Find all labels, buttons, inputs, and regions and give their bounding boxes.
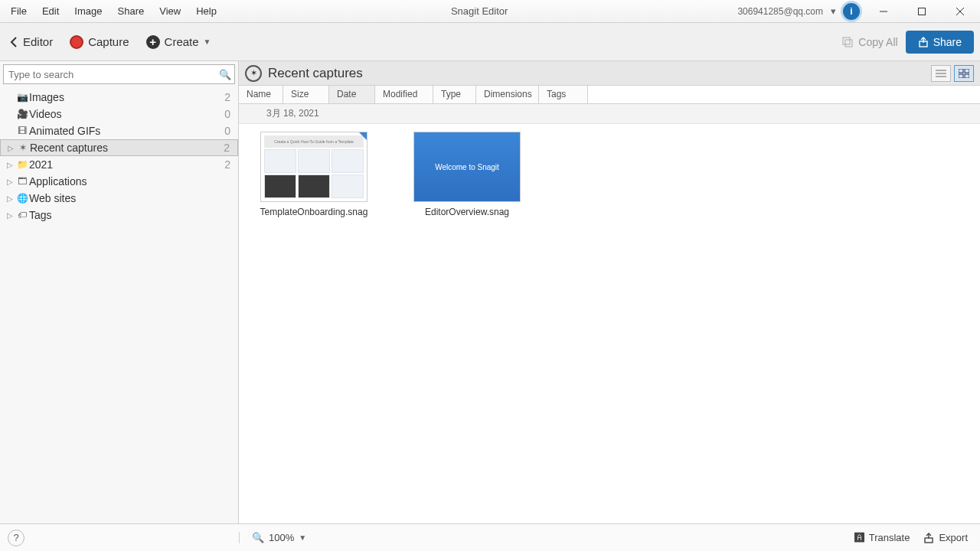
copy-all-button[interactable]: Copy All [841, 36, 897, 48]
capture-item[interactable]: Welcome to SnagitEditorOverview.snag [406, 132, 528, 217]
window-maximize-button[interactable] [905, 1, 939, 22]
tree-item-applications[interactable]: ▷🗔Applications [0, 173, 238, 190]
tree-item-count: 2 [224, 158, 234, 171]
menu-file[interactable]: File [3, 2, 34, 20]
tree-item-label: Videos [29, 108, 224, 120]
account-email[interactable]: 306941285@qq.com [734, 6, 826, 17]
svg-rect-13 [965, 74, 969, 78]
tree-item-label: Applications [29, 175, 234, 187]
chevron-down-icon: ▼ [204, 37, 211, 46]
column-header-tags[interactable]: Tags [539, 86, 588, 103]
svg-rect-1 [919, 8, 926, 15]
zoom-search-icon[interactable]: 🔍 [252, 532, 264, 543]
create-button[interactable]: + Create ▼ [143, 32, 214, 52]
tree-item-count: 0 [224, 108, 234, 120]
camera-icon: 📷 [15, 92, 29, 103]
search-input[interactable] [4, 69, 216, 80]
globe-icon: 🌐 [15, 193, 29, 204]
grid-view-button[interactable] [954, 65, 974, 82]
share-label: Share [933, 36, 962, 48]
list-icon [936, 69, 946, 78]
copy-icon [841, 36, 854, 48]
tree-item-label: Tags [29, 209, 234, 221]
target-icon: ✶ [245, 65, 262, 82]
zoom-level[interactable]: 100% [269, 532, 294, 543]
svg-rect-12 [959, 74, 963, 78]
maximize-icon [918, 8, 926, 15]
column-header-type[interactable]: Type [433, 86, 476, 103]
list-view-button[interactable] [931, 65, 951, 82]
capture-label: Capture [88, 35, 129, 48]
copy-all-label: Copy All [858, 36, 897, 48]
gif-icon: 🎞 [15, 126, 29, 136]
statusbar: ? 🔍 100% ▼ 🅰 Translate Export [0, 523, 980, 551]
expand-icon[interactable]: ▷ [5, 144, 16, 152]
menu-image[interactable]: Image [67, 2, 109, 20]
tree-item-label: Images [29, 91, 224, 103]
window-title: Snagit Editor [224, 5, 734, 17]
video-icon: 🎥 [15, 109, 29, 119]
help-button[interactable]: ? [8, 530, 24, 546]
window-close-button[interactable] [943, 1, 977, 22]
tree-item-label: Recent captures [30, 142, 224, 154]
toolbar: Editor Capture + Create ▼ Copy All Share [0, 23, 980, 61]
translate-button[interactable]: 🅰 Translate [854, 532, 910, 543]
thumbnail-area: Create a Quick How-To Guide from a Templ… [239, 124, 980, 523]
tree-item-label: 2021 [29, 158, 224, 171]
content-header: ✶ Recent captures [239, 61, 980, 86]
expand-icon[interactable]: ▷ [5, 194, 15, 203]
thumbnail-caption: Welcome to Snagit [435, 163, 499, 171]
export-icon [923, 533, 934, 543]
menubar: File Edit Image Share View Help [3, 2, 224, 20]
menu-edit[interactable]: Edit [34, 2, 67, 20]
expand-icon[interactable]: ▷ [5, 161, 15, 169]
tree-item-videos[interactable]: 🎥Videos0 [0, 106, 238, 122]
thumbnail-preview: Welcome to Snagit [413, 132, 521, 202]
capture-button[interactable]: Capture [67, 32, 132, 52]
column-header-date[interactable]: Date [329, 86, 375, 103]
record-icon [70, 35, 83, 49]
tree-item-web-sites[interactable]: ▷🌐Web sites [0, 190, 238, 207]
date-group-header[interactable]: 3月 18, 2021 [239, 104, 980, 124]
content-title: Recent captures [268, 66, 363, 81]
editor-label: Editor [23, 35, 53, 48]
column-header-dimensions[interactable]: Dimensions [476, 86, 539, 103]
main-area: 🔍 📷Images2🎥Videos0🎞Animated GIFs0▷✶Recen… [0, 61, 980, 523]
export-button[interactable]: Export [923, 532, 968, 543]
svg-rect-4 [843, 37, 850, 44]
thumbnail-preview: Create a Quick How-To Guide from a Templ… [260, 132, 368, 202]
create-label: Create [165, 35, 199, 48]
expand-icon[interactable]: ▷ [5, 211, 15, 220]
tree-item-label: Animated GIFs [29, 125, 224, 137]
tree-item-count: 2 [224, 91, 234, 103]
account-dropdown-icon[interactable]: ▾ [831, 5, 836, 17]
sidebar: 🔍 📷Images2🎥Videos0🎞Animated GIFs0▷✶Recen… [0, 61, 239, 523]
minimize-icon [880, 8, 887, 15]
tree-item-images[interactable]: 📷Images2 [0, 89, 238, 106]
tree-item-2021[interactable]: ▷📁20212 [0, 156, 238, 173]
tree-item-animated-gifs[interactable]: 🎞Animated GIFs0 [0, 122, 238, 139]
search-box[interactable]: 🔍 [3, 64, 235, 84]
tree-item-count: 2 [224, 142, 233, 154]
search-icon[interactable]: 🔍 [216, 69, 234, 80]
chevron-left-icon [9, 37, 18, 47]
column-header-size[interactable]: Size [283, 86, 329, 103]
window-minimize-button[interactable] [867, 1, 900, 22]
column-header-modified[interactable]: Modified [375, 86, 433, 103]
column-header-name[interactable]: Name [239, 86, 283, 103]
column-headers: NameSizeDateModifiedTypeDimensionsTags [239, 86, 980, 104]
tree-item-recent-captures[interactable]: ▷✶Recent captures2 [0, 139, 238, 156]
share-button[interactable]: Share [906, 31, 974, 54]
menu-share[interactable]: Share [110, 2, 152, 20]
expand-icon[interactable]: ▷ [5, 178, 15, 186]
translate-icon: 🅰 [854, 532, 864, 543]
grid-icon [959, 69, 969, 78]
menu-help[interactable]: Help [188, 2, 224, 20]
tree-item-tags[interactable]: ▷🏷Tags [0, 207, 238, 223]
zoom-dropdown-icon[interactable]: ▼ [299, 533, 306, 542]
capture-item[interactable]: Create a Quick How-To Guide from a Templ… [253, 132, 375, 217]
account-avatar-icon[interactable]: i [841, 1, 862, 22]
translate-label: Translate [869, 532, 910, 543]
editor-back-button[interactable]: Editor [6, 32, 56, 51]
menu-view[interactable]: View [152, 2, 188, 20]
